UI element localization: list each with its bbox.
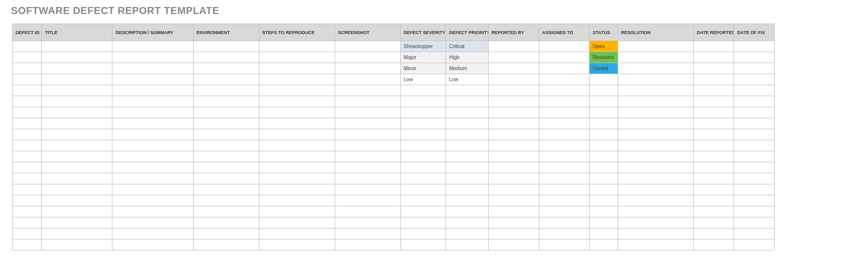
cell-assigned_to[interactable]	[539, 129, 590, 140]
cell-status[interactable]	[590, 129, 618, 140]
cell-status[interactable]	[590, 151, 618, 162]
cell-status[interactable]: Closed	[590, 63, 618, 74]
cell-screenshot[interactable]	[335, 85, 400, 96]
cell-reported_by[interactable]	[488, 107, 539, 118]
cell-date_fix[interactable]	[734, 239, 775, 250]
cell-screenshot[interactable]	[335, 74, 400, 85]
cell-screenshot[interactable]	[335, 118, 400, 129]
cell-description[interactable]	[112, 52, 193, 63]
cell-description[interactable]	[112, 228, 193, 239]
cell-screenshot[interactable]	[335, 184, 400, 195]
cell-steps[interactable]	[259, 107, 335, 118]
cell-date_fix[interactable]	[734, 52, 775, 63]
cell-assigned_to[interactable]	[539, 107, 590, 118]
cell-reported_by[interactable]	[488, 96, 539, 107]
cell-title[interactable]	[42, 41, 112, 52]
cell-status[interactable]	[590, 195, 618, 206]
cell-date_reported[interactable]	[693, 63, 734, 74]
cell-severity[interactable]: Showstopper	[400, 41, 446, 52]
cell-assigned_to[interactable]	[539, 118, 590, 129]
cell-assigned_to[interactable]	[539, 162, 590, 173]
cell-screenshot[interactable]	[335, 140, 400, 151]
cell-date_reported[interactable]	[693, 217, 734, 228]
cell-reported_by[interactable]	[488, 129, 539, 140]
cell-steps[interactable]	[259, 63, 335, 74]
cell-defect_id[interactable]	[13, 206, 42, 217]
cell-environment[interactable]	[193, 162, 259, 173]
cell-reported_by[interactable]	[488, 85, 539, 96]
cell-priority[interactable]	[446, 151, 489, 162]
cell-reported_by[interactable]	[488, 74, 539, 85]
cell-severity[interactable]: Minor	[400, 63, 446, 74]
cell-date_fix[interactable]	[734, 74, 775, 85]
cell-assigned_to[interactable]	[539, 140, 590, 151]
cell-assigned_to[interactable]	[539, 184, 590, 195]
cell-description[interactable]	[112, 173, 193, 184]
cell-severity[interactable]	[400, 118, 446, 129]
cell-defect_id[interactable]	[13, 74, 42, 85]
cell-severity[interactable]: Low	[400, 74, 446, 85]
cell-date_reported[interactable]	[693, 206, 734, 217]
cell-steps[interactable]	[259, 52, 335, 63]
cell-environment[interactable]	[193, 217, 259, 228]
cell-date_reported[interactable]	[693, 74, 734, 85]
cell-priority[interactable]	[446, 107, 489, 118]
cell-reported_by[interactable]	[488, 162, 539, 173]
cell-steps[interactable]	[259, 195, 335, 206]
cell-priority[interactable]	[446, 85, 489, 96]
cell-date_fix[interactable]	[734, 217, 775, 228]
cell-severity[interactable]	[400, 206, 446, 217]
cell-defect_id[interactable]	[13, 195, 42, 206]
cell-reported_by[interactable]	[488, 41, 539, 52]
cell-priority[interactable]	[446, 228, 489, 239]
cell-defect_id[interactable]	[13, 107, 42, 118]
cell-title[interactable]	[42, 129, 112, 140]
cell-environment[interactable]	[193, 118, 259, 129]
cell-status[interactable]	[590, 239, 618, 250]
cell-priority[interactable]	[446, 118, 489, 129]
cell-resolution[interactable]	[618, 195, 693, 206]
cell-date_fix[interactable]	[734, 173, 775, 184]
cell-reported_by[interactable]	[488, 239, 539, 250]
cell-steps[interactable]	[259, 74, 335, 85]
cell-title[interactable]	[42, 184, 112, 195]
cell-assigned_to[interactable]	[539, 239, 590, 250]
cell-priority[interactable]	[446, 140, 489, 151]
cell-steps[interactable]	[259, 151, 335, 162]
cell-screenshot[interactable]	[335, 162, 400, 173]
cell-resolution[interactable]	[618, 239, 693, 250]
cell-environment[interactable]	[193, 228, 259, 239]
cell-environment[interactable]	[193, 173, 259, 184]
cell-resolution[interactable]	[618, 41, 693, 52]
cell-date_fix[interactable]	[734, 151, 775, 162]
cell-description[interactable]	[112, 217, 193, 228]
cell-severity[interactable]	[400, 151, 446, 162]
cell-assigned_to[interactable]	[539, 206, 590, 217]
cell-environment[interactable]	[193, 184, 259, 195]
cell-defect_id[interactable]	[13, 217, 42, 228]
cell-date_fix[interactable]	[734, 195, 775, 206]
cell-screenshot[interactable]	[335, 63, 400, 74]
cell-date_fix[interactable]	[734, 206, 775, 217]
cell-date_reported[interactable]	[693, 107, 734, 118]
cell-resolution[interactable]	[618, 52, 693, 63]
cell-description[interactable]	[112, 74, 193, 85]
cell-date_reported[interactable]	[693, 162, 734, 173]
cell-environment[interactable]	[193, 74, 259, 85]
cell-description[interactable]	[112, 85, 193, 96]
cell-reported_by[interactable]	[488, 206, 539, 217]
cell-steps[interactable]	[259, 206, 335, 217]
cell-screenshot[interactable]	[335, 151, 400, 162]
cell-environment[interactable]	[193, 85, 259, 96]
cell-title[interactable]	[42, 217, 112, 228]
cell-title[interactable]	[42, 107, 112, 118]
cell-steps[interactable]	[259, 217, 335, 228]
cell-description[interactable]	[112, 151, 193, 162]
cell-steps[interactable]	[259, 140, 335, 151]
cell-date_fix[interactable]	[734, 118, 775, 129]
cell-title[interactable]	[42, 228, 112, 239]
cell-date_reported[interactable]	[693, 151, 734, 162]
cell-priority[interactable]	[446, 129, 489, 140]
cell-priority[interactable]	[446, 162, 489, 173]
cell-date_reported[interactable]	[693, 195, 734, 206]
